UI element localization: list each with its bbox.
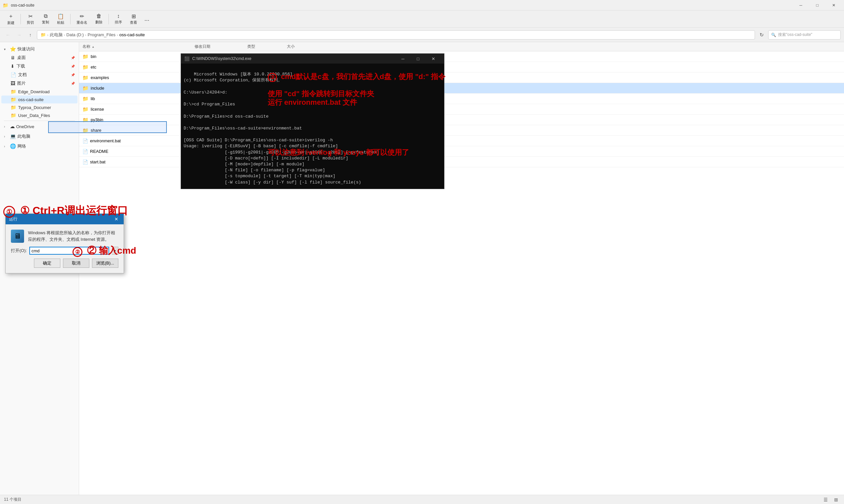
col-name-header[interactable]: 名称 ▲: [82, 44, 194, 49]
delete-button[interactable]: 🗑 删除: [92, 12, 106, 26]
thispc-header[interactable]: › 💻 此电脑: [1, 132, 77, 141]
file-name: 📁etc: [82, 64, 194, 70]
back-button[interactable]: ←: [3, 30, 13, 39]
folder-icon: 📁: [82, 64, 89, 70]
sidebar-label-pictures: 图片: [17, 80, 26, 86]
sidebar-label-typroa: Typroa_Documer: [18, 105, 51, 110]
sidebar-item-downloads[interactable]: ⬇ 下载 📌: [1, 62, 77, 71]
file-name-text: bin: [91, 54, 96, 59]
step3-text: cmd默认是c盘，我们首先进入d盘，使用 "d:" 指令: [281, 72, 445, 81]
folder-icon: 📁: [82, 106, 89, 112]
annotation-step6: 可以注意到 iverilog 和 yosys 都可以使用了: [268, 148, 409, 158]
network-header[interactable]: › 🌐 网络: [1, 142, 77, 150]
download-icon: ⬇: [11, 64, 15, 69]
run-dialog-icon: 🖥: [11, 230, 24, 243]
cmd-maximize-button[interactable]: □: [411, 54, 426, 64]
thispc-label: 此电脑: [17, 133, 30, 139]
sort-asc-icon: ▲: [92, 45, 94, 49]
quick-access-label: 快速访问: [17, 46, 35, 52]
run-dialog-label: 打开(O):: [11, 248, 27, 254]
file-name-text: license: [91, 107, 104, 112]
sidebar-divider1: [4, 121, 75, 121]
sort-button[interactable]: ↕ 排序: [111, 12, 125, 26]
annotation-step5: 运行 environment.bat 文件: [268, 97, 357, 107]
run-dialog-buttons: 确定 取消 浏览(B)...: [11, 258, 118, 268]
copy-icon: ⧉: [44, 13, 48, 19]
search-box[interactable]: 🔍 搜索"oss-cad-suite": [768, 30, 841, 39]
col-date-header[interactable]: 修改日期: [194, 44, 247, 49]
cmd-title-text: C:\WINDOWS\system32\cmd.exe: [192, 56, 393, 61]
sidebar-item-oss[interactable]: 📁 oss-cad-suite: [1, 95, 77, 104]
cmd-minimize-button[interactable]: ─: [395, 54, 411, 64]
run-dialog: 运行 ✕ 🖥 Windows 将根据您所输入的名称，为你打开相应的程序、文件夹、…: [5, 214, 124, 273]
run-dialog-cancel-button[interactable]: 取消: [63, 258, 89, 268]
sidebar-label-edge: Edge_Download: [18, 89, 49, 94]
more-button[interactable]: ...: [142, 16, 152, 22]
address-path[interactable]: 📁 › 此电脑 › Data (D:) › Program_Files › os…: [37, 30, 755, 39]
sidebar-item-userdata[interactable]: 📁 User_Data_Files: [1, 111, 77, 119]
col-type-header[interactable]: 类型: [247, 44, 287, 49]
cut-label: 剪切: [27, 20, 34, 25]
copy-button[interactable]: ⧉ 复制: [38, 12, 52, 26]
documents-icon: 📄: [11, 72, 16, 77]
col-size-header[interactable]: 大小: [287, 44, 320, 49]
sidebar-item-desktop[interactable]: 🖥 桌面 📌: [1, 53, 77, 62]
forward-button[interactable]: →: [15, 30, 24, 39]
quick-access-header[interactable]: ▾ ⭐ 快速访问: [1, 45, 77, 53]
onedrive-label: OneDrive: [16, 124, 34, 129]
chevron-right-icon3: ›: [4, 145, 8, 148]
view-icon: ⊞: [132, 13, 136, 19]
rename-icon: ✏: [80, 13, 84, 19]
file-name: 📁bin: [82, 54, 194, 60]
step1-circle: ①: [3, 206, 15, 218]
maximize-button[interactable]: □: [810, 0, 825, 11]
pin-icon2: 📌: [71, 65, 75, 68]
sidebar-item-documents[interactable]: 📄 文档 📌: [1, 71, 77, 79]
rename-label: 重命名: [76, 20, 87, 25]
thispc-group: › 💻 此电脑: [0, 132, 79, 141]
folder-icon-oss: 📁: [11, 97, 16, 102]
file-name-text: etc: [91, 65, 96, 70]
onedrive-icon: ☁: [10, 124, 15, 129]
minimize-button[interactable]: ─: [793, 0, 808, 11]
quick-access-group: ▾ ⭐ 快速访问 🖥 桌面 📌 ⬇ 下载 📌 📄 文档 📌 🖼 图片: [0, 45, 79, 119]
cmd-titlebar: ⬛ C:\WINDOWS\system32\cmd.exe ─ □ ✕: [181, 54, 444, 64]
sidebar-item-typroa[interactable]: 📁 Typroa_Documer: [1, 104, 77, 111]
cut-button[interactable]: ✂ 剪切: [23, 12, 37, 26]
file-name: 📄README: [82, 149, 194, 154]
pin-icon4: 📌: [71, 82, 75, 85]
breadcrumb-current: oss-cad-suite: [119, 32, 145, 37]
new-button[interactable]: ＋ 新建: [4, 12, 18, 27]
close-button[interactable]: ✕: [826, 0, 841, 11]
run-dialog-top: 🖥 Windows 将根据您所输入的名称，为你打开相应的程序、文件夹、文档或 I…: [11, 230, 118, 243]
search-placeholder: 搜索"oss-cad-suite": [778, 32, 812, 38]
file-name: 📁include: [82, 85, 194, 91]
view-button[interactable]: ⊞ 查看: [126, 12, 140, 26]
refresh-button[interactable]: ↻: [757, 30, 766, 39]
sidebar-item-pictures[interactable]: 🖼 图片 📌: [1, 79, 77, 88]
cut-icon: ✂: [28, 13, 33, 19]
list-view-button[interactable]: ☰: [822, 496, 829, 504]
status-item-count: 11 个项目: [4, 497, 21, 502]
cmd-close-button[interactable]: ✕: [426, 54, 441, 64]
breadcrumb-drive: Data (D:): [66, 32, 84, 37]
breadcrumb-programfiles: Program_Files: [88, 32, 116, 37]
new-label: 新建: [7, 20, 15, 25]
annotation-step3: ③ cmd默认是c盘，我们首先进入d盘，使用 "d:" 指令: [268, 72, 445, 82]
grid-view-button[interactable]: ⊞: [832, 496, 840, 504]
run-dialog-ok-button[interactable]: 确定: [34, 258, 60, 268]
file-name-text: README: [90, 149, 108, 154]
thispc-icon: 💻: [10, 133, 16, 139]
file-name-text: include: [91, 86, 104, 91]
cmd-controls: ─ □ ✕: [395, 54, 441, 64]
file-name: 📁examples: [82, 75, 194, 81]
run-dialog-browse-button[interactable]: 浏览(B)...: [92, 258, 118, 268]
delete-label: 删除: [95, 20, 103, 25]
sidebar-item-edge[interactable]: 📁 Edge_Download: [1, 88, 77, 95]
network-icon: 🌐: [10, 143, 16, 149]
rename-button[interactable]: ✏ 重命名: [73, 12, 91, 26]
paste-button[interactable]: 📋 粘贴: [54, 12, 68, 26]
delete-icon: 🗑: [96, 13, 102, 19]
up-button[interactable]: ↑: [26, 30, 35, 39]
statusbar: 11 个项目 ☰ ⊞: [0, 495, 844, 504]
